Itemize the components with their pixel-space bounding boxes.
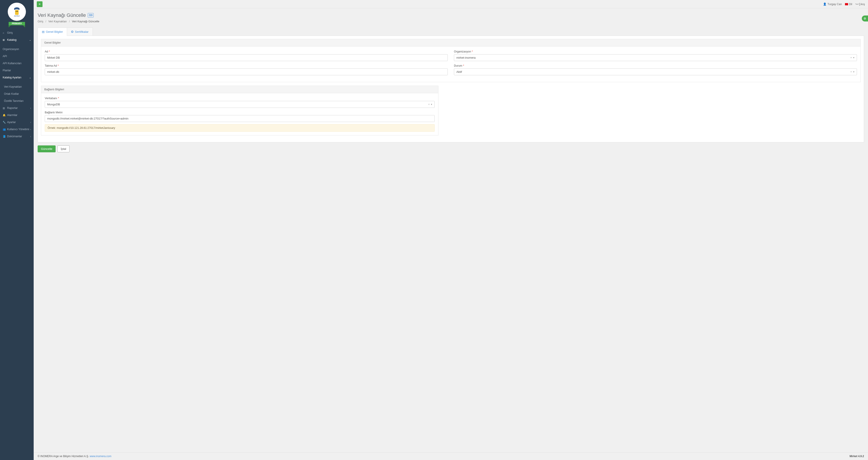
toggle-sidebar-button[interactable]: ≡ bbox=[37, 1, 42, 7]
breadcrumb: Giriş / Veri Kaynakları / Veri Kaynağı G… bbox=[38, 20, 864, 23]
status-select[interactable]: Aktif × ▾ bbox=[454, 68, 857, 75]
clear-icon[interactable]: × bbox=[850, 70, 852, 73]
chevron-down-icon[interactable]: ▾ bbox=[853, 56, 855, 59]
brand-logo: mirket bbox=[8, 3, 26, 21]
chevron-down-icon: ⌄ bbox=[29, 39, 31, 41]
page-title: Veri Kaynağı Güncelle ⌨ bbox=[38, 12, 864, 18]
chevron-left-icon: ‹ bbox=[30, 121, 31, 124]
chevron-left-icon: ‹ bbox=[30, 135, 31, 138]
fieldset-legend: Genel Bilgiler bbox=[41, 39, 861, 46]
tab-general[interactable]: ▤ Genel Bilgiler bbox=[38, 28, 67, 36]
nav-label: Katalog Ayarları bbox=[3, 76, 22, 79]
nav-label: Ortak Kodlar bbox=[4, 92, 19, 95]
connection-string-input[interactable] bbox=[45, 115, 435, 122]
nav-feature-defs[interactable]: Özellik Tanımları bbox=[0, 97, 34, 104]
breadcrumb-current: Veri Kaynağı Güncelle bbox=[72, 20, 99, 23]
users-icon: 👥 bbox=[3, 128, 6, 131]
name-input[interactable] bbox=[45, 54, 448, 61]
nav-label: Ayarlar bbox=[7, 121, 16, 124]
alias-label: Takma Ad * bbox=[45, 64, 448, 67]
chart-icon: ▥ bbox=[3, 107, 6, 109]
language-menu[interactable]: Dil bbox=[845, 3, 852, 6]
nav-api[interactable]: API bbox=[0, 53, 34, 60]
svg-text:mirket: mirket bbox=[14, 14, 20, 17]
nav-user-mgmt[interactable]: 👥 Kullanıcı Yönetimi ‹ bbox=[0, 126, 34, 133]
nav-label: Katalog bbox=[7, 38, 17, 41]
nav-label: Kullanıcı Yönetimi bbox=[7, 128, 29, 131]
nav-organization[interactable]: Organizasyon bbox=[0, 45, 34, 53]
cancel-button[interactable]: İptal bbox=[57, 145, 69, 152]
tab-panel-general: Genel Bilgiler Ad * Organizasyon * bbox=[38, 36, 864, 142]
nav-home[interactable]: ⌂ Giriş bbox=[0, 29, 34, 36]
nav-label: API Kullanıcıları bbox=[3, 62, 22, 65]
nav-catalog[interactable]: ⊞ Katalog ⌄ bbox=[0, 36, 34, 43]
user-menu[interactable]: 👤 Turgay Can bbox=[823, 2, 842, 6]
home-icon: ⌂ bbox=[3, 31, 6, 34]
form-actions: Güncelle İptal bbox=[38, 145, 864, 152]
page-title-text: Veri Kaynağı Güncelle bbox=[38, 12, 86, 18]
organization-select[interactable]: mirket-inomera × ▾ bbox=[454, 54, 857, 61]
name-label: Ad * bbox=[45, 50, 448, 53]
nav: ⌂ Giriş ⊞ Katalog ⌄ Organizasyon API API… bbox=[0, 27, 34, 140]
update-button[interactable]: Güncelle bbox=[38, 145, 56, 152]
logout-button[interactable]: ↪ Çıkış bbox=[856, 2, 865, 6]
nav-plans[interactable]: Planlar bbox=[0, 67, 34, 74]
alias-input[interactable] bbox=[45, 68, 448, 75]
nav-catalog-settings[interactable]: Katalog Ayarları ⌄ bbox=[0, 74, 34, 81]
nav-reports[interactable]: ▥ Raporlar ‹ bbox=[0, 104, 34, 111]
topbar: ≡ 👤 Turgay Can Dil ↪ Çıkış bbox=[34, 0, 868, 8]
select-value: MongoDB bbox=[47, 103, 60, 106]
topbar-right: 👤 Turgay Can Dil ↪ Çıkış bbox=[823, 2, 865, 6]
tab-label: Sertifikalar bbox=[75, 30, 88, 33]
breadcrumb-sep: / bbox=[45, 20, 46, 23]
svg-point-2 bbox=[16, 11, 17, 12]
main: ≡ 👤 Turgay Can Dil ↪ Çıkış Veri Kayna bbox=[34, 0, 868, 460]
footer: © INOMERA Arge ve Bilişim Hizmetleri A.Ş… bbox=[34, 452, 868, 460]
nav-docs[interactable]: 📘 Dokümanlar ‹ bbox=[0, 133, 34, 140]
fieldset-connection: Bağlantı Bilgileri Veritabanı * MongoDB … bbox=[41, 86, 438, 135]
tab-certificates[interactable]: ✪ Sertifikalar bbox=[67, 28, 93, 36]
flag-tr-icon bbox=[845, 3, 848, 5]
nav-label: Giriş bbox=[7, 31, 13, 34]
content: Veri Kaynağı Güncelle ⌨ Giriş / Veri Kay… bbox=[34, 8, 868, 452]
fieldset-legend: Bağlantı Bilgileri bbox=[41, 86, 438, 93]
nav-label: Organizasyon bbox=[3, 47, 19, 51]
breadcrumb-data-sources[interactable]: Veri Kaynakları bbox=[48, 20, 67, 23]
nav-label: Veri Kaynakları bbox=[4, 85, 22, 88]
chevron-down-icon[interactable]: ▾ bbox=[431, 103, 432, 106]
nav-label: Raporlar bbox=[7, 106, 18, 109]
nav-alarms[interactable]: 🔔 Alarmlar bbox=[0, 111, 34, 119]
fieldset-general: Genel Bilgiler Ad * Organizasyon * bbox=[41, 39, 861, 82]
clear-icon[interactable]: × bbox=[428, 103, 430, 106]
connection-example-hint: Örnek: mongodb://10.121.28.61:27017/mirk… bbox=[45, 124, 435, 132]
svg-rect-1 bbox=[15, 10, 19, 15]
logo-area: mirket PRIMARY bbox=[0, 0, 34, 27]
hamburger-icon: ≡ bbox=[39, 2, 40, 6]
svg-point-3 bbox=[17, 11, 18, 12]
keyboard-icon[interactable]: ⌨ bbox=[88, 13, 94, 18]
settings-float-button[interactable]: ⚙ bbox=[862, 15, 868, 22]
nav-data-sources[interactable]: Veri Kaynakları bbox=[0, 83, 34, 90]
clear-icon[interactable]: × bbox=[850, 56, 852, 59]
form-card: ▤ Genel Bilgiler ✪ Sertifikalar Genel Bi… bbox=[38, 28, 864, 152]
select-value: mirket-inomera bbox=[456, 56, 476, 59]
footer-link[interactable]: www.inomera.com bbox=[90, 455, 112, 458]
user-name: Turgay Can bbox=[828, 3, 842, 6]
nav-settings[interactable]: 🔧 Ayarlar ‹ bbox=[0, 119, 34, 126]
user-icon: 👤 bbox=[823, 2, 827, 6]
chevron-down-icon[interactable]: ▾ bbox=[853, 70, 855, 73]
database-select[interactable]: MongoDB × ▾ bbox=[45, 101, 435, 108]
nav-label: API bbox=[3, 55, 7, 58]
sitemap-icon: ⊞ bbox=[3, 38, 6, 41]
nav-label: Alarmlar bbox=[7, 113, 18, 117]
nav-shared-codes[interactable]: Ortak Kodlar bbox=[0, 90, 34, 97]
logout-icon: ↪ bbox=[856, 2, 858, 6]
language-label: Dil bbox=[849, 3, 852, 6]
seal-icon: ✪ bbox=[71, 30, 73, 33]
database-label: Veritabanı * bbox=[45, 97, 435, 100]
sidebar: mirket PRIMARY ⌂ Giriş ⊞ Katalog ⌄ Organ… bbox=[0, 0, 34, 460]
book-icon: 📘 bbox=[3, 135, 6, 138]
nav-api-users[interactable]: API Kullanıcıları bbox=[0, 60, 34, 67]
nav-catalog-settings-sub: Veri Kaynakları Ortak Kodlar Özellik Tan… bbox=[0, 81, 34, 104]
breadcrumb-home[interactable]: Giriş bbox=[38, 20, 43, 23]
